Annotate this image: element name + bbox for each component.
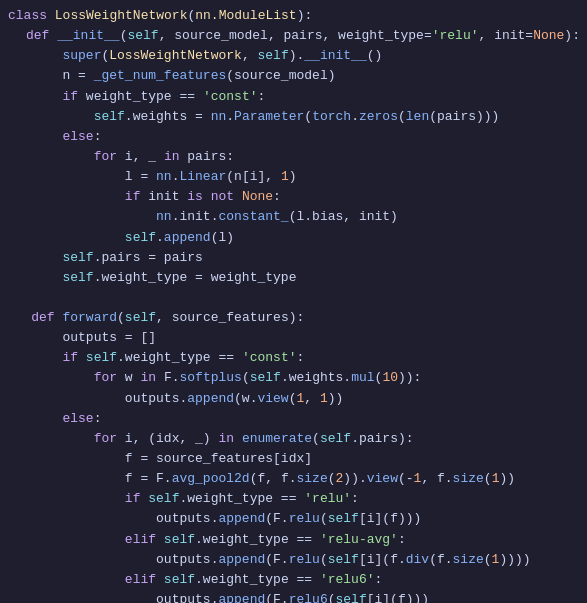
code-token: zeros <box>359 107 398 127</box>
code-token: , <box>242 46 258 66</box>
code-token: i <box>125 429 133 449</box>
code-line: elif self.weight_type == 'relu-avg': <box>0 530 587 550</box>
code-token: nn <box>156 167 172 187</box>
code-token: def <box>26 26 57 46</box>
code-line: outputs.append(F.relu6(self[i](f))) <box>0 590 587 603</box>
code-token: )) <box>499 469 515 489</box>
code-line: l = nn.Linear(n[i], 1) <box>0 167 587 187</box>
code-line: else: <box>0 127 587 147</box>
code-token: (l) <box>211 228 234 248</box>
code-token: relu6 <box>289 590 328 603</box>
code-token: mul <box>351 368 374 388</box>
code-token: Parameter <box>234 107 304 127</box>
code-line: for i, (idx, _) in enumerate(self.pairs)… <box>0 429 587 449</box>
code-token: softplus <box>179 368 241 388</box>
code-line: super(LossWeightNetwork, self).__init__(… <box>0 46 587 66</box>
code-token: )) <box>328 389 344 409</box>
code-line: self.weights = nn.Parameter(torch.zeros(… <box>0 107 587 127</box>
code-line: elif self.weight_type == 'relu6': <box>0 570 587 590</box>
code-token: , source_model, pairs, weight_type= <box>159 26 432 46</box>
code-token <box>133 368 141 388</box>
code-token: forward <box>62 308 117 328</box>
code-token: self <box>320 429 351 449</box>
code-token: 'relu-avg' <box>320 530 398 550</box>
code-token: self <box>250 368 281 388</box>
code-token: _get_num_features <box>94 66 227 86</box>
code-token: )): <box>398 368 421 388</box>
code-token: if <box>62 348 85 368</box>
code-token: ( <box>320 550 328 570</box>
code-line: def forward(self, source_features): <box>0 308 587 328</box>
code-token: .weight_type = weight_type <box>94 268 297 288</box>
code-token: nn <box>156 207 172 227</box>
code-line: for w in F.softplus(self.weights.mul(10)… <box>0 368 587 388</box>
code-token: constant_ <box>218 207 288 227</box>
code-token: self <box>125 228 156 248</box>
code-token: self <box>62 268 93 288</box>
code-token: 1 <box>492 469 500 489</box>
code-token: view <box>367 469 398 489</box>
code-line: nn.init.constant_(l.bias, init) <box>0 207 587 227</box>
code-token: super <box>62 46 101 66</box>
code-line: if init is not None: <box>0 187 587 207</box>
code-token: : <box>273 187 281 207</box>
code-token: 'relu' <box>432 26 479 46</box>
code-token: pairs: <box>187 147 234 167</box>
code-token: : <box>94 127 102 147</box>
code-token: .weight_type == <box>117 348 242 368</box>
code-token: 1 <box>414 469 422 489</box>
code-token: nn <box>211 107 227 127</box>
code-token: enumerate <box>242 429 312 449</box>
code-token: else <box>62 409 93 429</box>
code-line: if self.weight_type == 'relu': <box>0 489 587 509</box>
code-token: view <box>257 389 288 409</box>
code-token: ): <box>564 26 580 46</box>
code-token: = <box>70 66 93 86</box>
code-token: relu <box>289 550 320 570</box>
code-line <box>0 288 587 308</box>
code-token: . <box>172 167 180 187</box>
code-token: w <box>125 368 133 388</box>
code-token: outputs <box>125 389 180 409</box>
code-token: ( <box>398 107 406 127</box>
code-token: : <box>94 409 102 429</box>
code-token: (- <box>398 469 414 489</box>
code-token: self <box>257 46 288 66</box>
code-token: ( <box>187 6 195 26</box>
code-token: avg_pool2d <box>172 469 250 489</box>
code-token: .pairs = pairs <box>94 248 203 268</box>
code-token: append <box>187 389 234 409</box>
code-token: .weight_type == <box>179 489 304 509</box>
code-token: 10 <box>382 368 398 388</box>
code-token: ( <box>328 590 336 603</box>
code-editor: class LossWeightNetwork(nn.ModuleList): … <box>0 0 587 603</box>
code-line: outputs.append(F.relu(self[i](f.div(f.si… <box>0 550 587 570</box>
code-token: append <box>218 550 265 570</box>
code-token: append <box>218 590 265 603</box>
code-line: def __init__(self, source_model, pairs, … <box>0 26 587 46</box>
code-token: ( <box>101 46 109 66</box>
code-token: __init__ <box>304 46 366 66</box>
code-token: )). <box>343 469 366 489</box>
code-token: . <box>156 228 164 248</box>
code-token: is not <box>187 187 242 207</box>
code-token: .weights = <box>125 107 211 127</box>
code-token: . <box>211 550 219 570</box>
code-token: 2 <box>336 469 344 489</box>
code-token: . <box>211 509 219 529</box>
code-line: outputs.append(w.view(1, 1)) <box>0 389 587 409</box>
code-token: None <box>242 187 273 207</box>
code-token: = source_features[idx] <box>133 449 312 469</box>
code-token: (pairs))) <box>429 107 499 127</box>
code-token: : <box>257 87 265 107</box>
code-token: in <box>140 368 163 388</box>
code-token: ): <box>297 6 313 26</box>
code-token: , f. <box>421 469 452 489</box>
code-token: if <box>62 87 85 107</box>
code-token: self <box>125 308 156 328</box>
code-token: (n[i], <box>226 167 281 187</box>
code-token: ( <box>328 469 336 489</box>
code-token: F. <box>164 368 180 388</box>
code-token: . <box>211 590 219 603</box>
code-token: .pairs): <box>351 429 413 449</box>
